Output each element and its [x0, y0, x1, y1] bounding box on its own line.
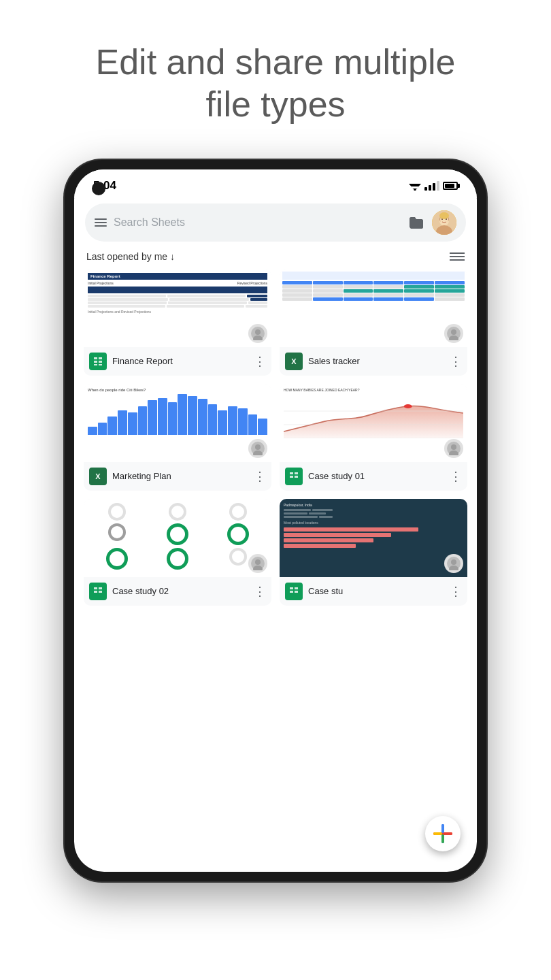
- svg-rect-37: [295, 476, 298, 478]
- svg-rect-56: [433, 832, 442, 835]
- sort-label[interactable]: Last opened by me ↓: [86, 251, 175, 262]
- svg-rect-20: [99, 364, 102, 365]
- svg-point-22: [451, 329, 456, 335]
- file-card-case-study-03[interactable]: Padmapukur, India Most polluted location…: [280, 499, 467, 606]
- fab-button[interactable]: [425, 816, 461, 851]
- shared-avatar-case03: [444, 554, 463, 573]
- svg-rect-50: [290, 591, 293, 593]
- file-info-case-study-02: Case study 02 ⋮: [84, 577, 271, 606]
- svg-point-46: [451, 559, 456, 565]
- file-name-sales-tracker: Sales tracker: [308, 356, 444, 366]
- file-name-marketing-plan: Marketing Plan: [112, 471, 248, 481]
- svg-rect-49: [295, 587, 298, 589]
- svg-rect-54: [441, 824, 444, 833]
- file-name-case-study-03: Case stu: [308, 586, 444, 596]
- shared-avatar-finance: [248, 324, 267, 343]
- svg-rect-42: [99, 587, 102, 589]
- file-name-case-study-02: Case study 02: [112, 586, 248, 596]
- file-icon-case-study-01: [285, 468, 303, 485]
- file-info-sales-tracker: X Sales tracker ⋮: [280, 347, 467, 376]
- battery-icon: [443, 182, 458, 190]
- svg-rect-41: [94, 587, 97, 589]
- search-input[interactable]: Search Sheets: [114, 216, 401, 229]
- folder-icon[interactable]: [407, 215, 425, 230]
- menu-button[interactable]: [95, 218, 107, 227]
- svg-rect-57: [444, 832, 452, 835]
- svg-rect-15: [94, 357, 97, 359]
- svg-rect-55: [441, 834, 444, 843]
- svg-rect-34: [290, 472, 293, 474]
- file-icon-case-study-02: [89, 583, 107, 600]
- file-thumbnail-case-study-02: [84, 499, 271, 577]
- file-icon-case-study-03: [285, 583, 303, 600]
- file-info-case-study-01: Case study 01 ⋮: [280, 462, 467, 491]
- svg-rect-51: [295, 591, 298, 593]
- file-grid: Finance Report Initial Projections Revis…: [74, 269, 477, 606]
- file-card-sales-tracker[interactable]: X Sales tracker ⋮: [280, 269, 467, 376]
- file-menu-case-study-03[interactable]: ⋮: [450, 585, 462, 598]
- case-study-01-chart: [284, 394, 463, 438]
- svg-rect-17: [94, 361, 97, 363]
- file-thumbnail-case-study-03: Padmapukur, India Most polluted location…: [280, 499, 467, 577]
- file-name-finance-report: Finance Report: [112, 356, 248, 366]
- file-card-marketing-plan[interactable]: When do people ride Citi Bikes?: [84, 384, 271, 491]
- svg-point-39: [255, 559, 261, 565]
- svg-rect-35: [295, 472, 298, 474]
- status-bar: 5:04: [74, 169, 477, 198]
- svg-point-25: [255, 444, 261, 450]
- svg-rect-48: [290, 587, 293, 589]
- file-card-case-study-02[interactable]: Case study 02 ⋮: [84, 499, 271, 606]
- svg-point-11: [439, 212, 449, 219]
- file-icon-sales-tracker: X: [285, 353, 303, 370]
- svg-point-32: [451, 444, 456, 450]
- camera-notch: [92, 182, 105, 195]
- file-menu-case-study-01[interactable]: ⋮: [450, 470, 462, 483]
- shared-avatar-sales: [444, 324, 463, 343]
- status-icons: [409, 181, 458, 191]
- shared-avatar-case01: [444, 439, 463, 458]
- file-card-case-study-01[interactable]: HOW MANY BABIES ARE JOINED EACH YEAR?: [280, 384, 467, 491]
- file-info-marketing-plan: X Marketing Plan ⋮: [84, 462, 271, 491]
- list-view-toggle[interactable]: [450, 252, 465, 261]
- file-thumbnail-finance-report: Finance Report Initial Projections Revis…: [84, 269, 271, 347]
- svg-point-13: [255, 329, 261, 335]
- page-title: Edit and share multiple file types: [55, 0, 497, 153]
- avatar[interactable]: [432, 210, 456, 235]
- marketing-chart: [88, 394, 267, 435]
- file-info-case-study-03: Case stu ⋮: [280, 577, 467, 606]
- file-info-finance-report: Finance Report ⋮: [84, 347, 271, 376]
- file-card-finance-report[interactable]: Finance Report Initial Projections Revis…: [84, 269, 271, 376]
- svg-rect-16: [99, 357, 102, 359]
- file-menu-marketing-plan[interactable]: ⋮: [254, 470, 266, 483]
- file-icon-finance-report: [89, 353, 107, 370]
- file-menu-sales-tracker[interactable]: ⋮: [450, 355, 462, 368]
- file-name-case-study-01: Case study 01: [308, 471, 444, 481]
- phone-mockup: 5:04: [65, 160, 486, 881]
- svg-point-27: [404, 404, 412, 408]
- svg-rect-19: [94, 364, 97, 365]
- file-thumbnail-marketing-plan: When do people ride Citi Bikes?: [84, 384, 271, 462]
- sort-row: Last opened by me ↓: [74, 242, 477, 269]
- svg-rect-44: [99, 591, 102, 593]
- file-menu-finance-report[interactable]: ⋮: [254, 355, 266, 368]
- search-bar[interactable]: Search Sheets: [85, 203, 466, 242]
- wifi-icon: [409, 181, 421, 191]
- svg-rect-18: [99, 361, 102, 363]
- file-thumbnail-sales-tracker: [280, 269, 467, 347]
- file-thumbnail-case-study-01: HOW MANY BABIES ARE JOINED EACH YEAR?: [280, 384, 467, 462]
- file-icon-marketing-plan: X: [89, 468, 107, 485]
- signal-bars-icon: [424, 181, 439, 191]
- shared-avatar-case02: [248, 554, 267, 573]
- phone-screen: 5:04: [74, 169, 477, 872]
- svg-rect-36: [290, 476, 293, 478]
- file-menu-case-study-02[interactable]: ⋮: [254, 585, 266, 598]
- shared-avatar-marketing: [248, 439, 267, 458]
- svg-rect-43: [94, 591, 97, 593]
